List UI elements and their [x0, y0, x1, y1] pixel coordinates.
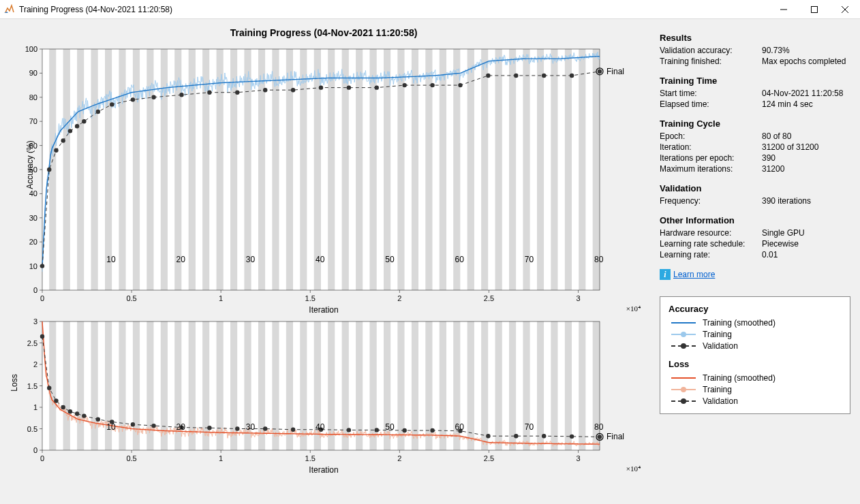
matlab-icon: [4, 4, 15, 15]
svg-rect-51: [370, 49, 377, 290]
legend-loss-train-smooth: Training (smoothed): [669, 373, 842, 383]
svg-rect-71: [509, 49, 516, 290]
svg-text:0: 0: [33, 446, 37, 454]
svg-point-259: [47, 385, 51, 390]
svg-rect-220: [537, 321, 544, 450]
accuracy-chart[interactable]: Accuracy (%) 010203040506070809010000.51…: [0, 42, 647, 315]
svg-rect-65: [467, 49, 474, 290]
svg-text:2.5: 2.5: [484, 454, 494, 462]
accuracy-y-label: Accuracy (%): [25, 140, 35, 189]
svg-rect-154: [77, 321, 84, 450]
svg-rect-211: [474, 321, 481, 450]
svg-text:1: 1: [219, 454, 223, 462]
svg-point-136: [291, 88, 295, 92]
svg-point-124: [61, 138, 65, 142]
svg-text:40: 40: [29, 189, 37, 198]
svg-rect-152: [63, 321, 70, 450]
svg-text:0: 0: [40, 454, 44, 462]
plot-area: Training Progress (04-Nov-2021 11:20:58)…: [0, 19, 647, 504]
svg-rect-223: [558, 321, 565, 450]
svg-point-273: [291, 428, 295, 432]
svg-rect-29: [217, 49, 224, 290]
lr-row: Learning rate:0.01: [660, 250, 848, 259]
training-time-header: Training Time: [660, 76, 848, 86]
svg-point-282: [542, 434, 546, 438]
window-title: Training Progress (04-Nov-2021 11:20:58): [19, 5, 768, 14]
svg-point-137: [319, 85, 323, 89]
svg-rect-194: [356, 321, 363, 450]
max-iterations-row: Maximum iterations:31200: [660, 164, 848, 174]
window-controls: [768, 0, 860, 19]
svg-rect-47: [342, 49, 349, 290]
learn-more-link[interactable]: Learn more: [673, 270, 715, 279]
svg-point-264: [82, 413, 86, 418]
svg-text:80: 80: [29, 93, 37, 101]
svg-rect-182: [272, 321, 279, 450]
svg-rect-214: [495, 321, 502, 450]
svg-point-258: [40, 334, 44, 338]
svg-text:2: 2: [397, 454, 401, 462]
svg-rect-44: [321, 49, 328, 290]
svg-rect-9: [77, 49, 84, 290]
svg-text:0: 0: [33, 286, 37, 294]
loss-y-label: Loss: [10, 374, 19, 391]
svg-rect-81: [579, 49, 585, 290]
svg-point-268: [151, 424, 155, 428]
svg-rect-10: [84, 49, 91, 290]
svg-rect-224: [565, 321, 572, 450]
svg-rect-76: [544, 49, 551, 290]
svg-rect-195: [363, 321, 369, 450]
svg-rect-38: [279, 49, 286, 290]
title-bar: Training Progress (04-Nov-2021 11:20:58): [0, 0, 860, 19]
svg-point-283: [570, 435, 574, 439]
svg-text:0: 0: [40, 294, 44, 302]
svg-rect-78: [558, 49, 565, 290]
accuracy-x-exponent: ×10⁴: [626, 304, 641, 313]
svg-point-144: [514, 74, 518, 78]
loss-final-label: Final: [606, 432, 624, 441]
start-time-row: Start time:04-Nov-2021 11:20:58: [660, 89, 848, 98]
loss-chart[interactable]: Loss 00.511.522.5300.511.522.53 10203040…: [0, 315, 647, 475]
svg-rect-153: [70, 321, 77, 450]
svg-point-141: [430, 83, 434, 87]
svg-point-275: [347, 428, 351, 432]
svg-text:2.5: 2.5: [484, 294, 494, 302]
svg-rect-7: [63, 49, 70, 290]
iteration-row: Iteration:31200 of 31200: [660, 142, 848, 152]
svg-rect-183: [279, 321, 286, 450]
maximize-button[interactable]: [799, 0, 829, 19]
svg-rect-54: [390, 49, 397, 290]
dashed-dot-icon: [669, 396, 698, 406]
svg-rect-70: [502, 49, 509, 290]
svg-rect-82: [586, 49, 593, 290]
svg-point-131: [151, 95, 155, 99]
close-button[interactable]: [829, 0, 860, 19]
loss-x-exponent: ×10⁴: [626, 464, 641, 473]
svg-rect-15: [119, 49, 125, 290]
svg-text:100: 100: [25, 45, 37, 53]
svg-rect-6: [56, 49, 63, 290]
svg-rect-74: [530, 49, 537, 290]
dashed-dot-icon: [669, 341, 698, 351]
svg-point-276: [375, 428, 379, 432]
frequency-row: Frequency:390 iterations: [660, 196, 848, 206]
svg-point-261: [61, 405, 65, 409]
svg-rect-68: [488, 49, 495, 290]
svg-point-138: [347, 85, 351, 89]
svg-text:2: 2: [33, 360, 37, 368]
legend-acc-valid: Validation: [669, 341, 842, 351]
svg-rect-155: [84, 321, 91, 450]
svg-point-284: [598, 435, 602, 439]
svg-rect-49: [356, 49, 363, 290]
training-cycle-header: Training Cycle: [660, 119, 848, 129]
svg-point-142: [458, 83, 462, 87]
svg-rect-13: [105, 49, 112, 290]
line-icon: [669, 373, 698, 383]
learn-more-row: i Learn more: [660, 269, 848, 280]
svg-rect-221: [544, 321, 551, 450]
svg-rect-227: [586, 321, 593, 450]
svg-rect-39: [286, 49, 293, 290]
svg-point-260: [54, 398, 58, 403]
val-accuracy-row: Validation accuracy:90.73%: [660, 46, 848, 55]
minimize-button[interactable]: [768, 0, 799, 19]
